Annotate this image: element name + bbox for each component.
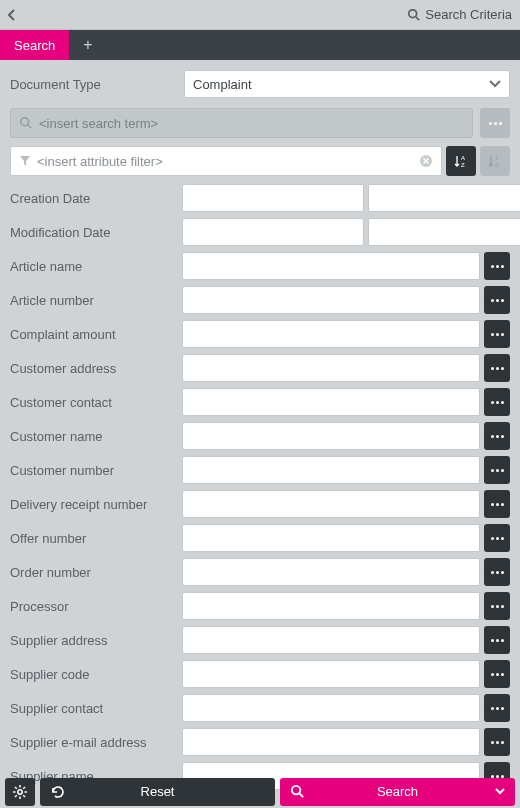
field-input[interactable] (182, 660, 480, 688)
field-input[interactable] (182, 218, 364, 246)
field-more-button[interactable] (484, 354, 510, 382)
field-input[interactable] (182, 388, 480, 416)
field-input[interactable] (182, 694, 480, 722)
field-input[interactable] (182, 286, 480, 314)
doc-type-row: Document Type Complaint (10, 70, 510, 98)
field-more-button[interactable] (484, 286, 510, 314)
svg-line-19 (299, 793, 303, 797)
dots-icon (491, 401, 504, 404)
attribute-filter-input[interactable]: <insert attribute filter> (10, 146, 442, 176)
clear-filter-button[interactable] (419, 154, 433, 168)
field-inputs (182, 354, 480, 382)
field-input[interactable] (182, 422, 480, 450)
field-input[interactable] (182, 184, 364, 212)
field-input[interactable] (182, 626, 480, 654)
search-button[interactable]: Search (280, 778, 515, 806)
field-more-button[interactable] (484, 660, 510, 688)
field-input[interactable] (368, 218, 520, 246)
filter-icon (19, 155, 31, 167)
field-more-button[interactable] (484, 524, 510, 552)
svg-text:A: A (461, 155, 465, 161)
tab-search[interactable]: Search (0, 30, 69, 60)
dots-icon (491, 435, 504, 438)
sort-num-button[interactable]: 1 9 (480, 146, 510, 176)
settings-button[interactable] (5, 778, 35, 806)
field-input[interactable] (182, 524, 480, 552)
field-more-button[interactable] (484, 388, 510, 416)
field-label: Customer address (10, 361, 178, 376)
svg-line-3 (28, 125, 32, 129)
field-inputs (182, 422, 480, 450)
doc-type-select[interactable]: Complaint (184, 70, 510, 98)
field-label: Creation Date (10, 191, 178, 206)
field-inputs (182, 694, 480, 722)
topbar: Search Criteria (0, 0, 520, 30)
field-inputs (182, 660, 480, 688)
field-input[interactable] (368, 184, 520, 212)
field-more-button[interactable] (484, 320, 510, 348)
field-input[interactable] (182, 354, 480, 382)
field-more-button[interactable] (484, 694, 510, 722)
field-inputs (182, 286, 480, 314)
field-inputs (182, 626, 480, 654)
page-title: Search Criteria (407, 7, 512, 22)
field-input[interactable] (182, 456, 480, 484)
dots-icon (491, 299, 504, 302)
field-inputs (182, 456, 480, 484)
field-input[interactable] (182, 728, 480, 756)
sort-az-button[interactable]: A Z (446, 146, 476, 176)
field-inputs (182, 592, 480, 620)
svg-line-1 (416, 16, 420, 20)
chevron-left-icon (8, 9, 16, 21)
tab-add[interactable]: + (69, 30, 106, 60)
search-term-row: <insert search term> (10, 108, 510, 138)
search-icon (19, 116, 33, 130)
field-label: Article name (10, 259, 178, 274)
search-icon (290, 784, 305, 799)
field-more-button[interactable] (484, 490, 510, 518)
field-row: Customer address (10, 354, 510, 382)
field-row: Article number (10, 286, 510, 314)
field-label: Delivery receipt number (10, 497, 178, 512)
reset-button[interactable]: Reset (40, 778, 275, 806)
field-inputs (182, 218, 520, 246)
attribute-filter-row: <insert attribute filter> A Z 1 9 (10, 146, 510, 176)
field-input[interactable] (182, 320, 480, 348)
field-inputs (182, 490, 480, 518)
field-more-button[interactable] (484, 558, 510, 586)
field-label: Supplier contact (10, 701, 178, 716)
field-more-button[interactable] (484, 422, 510, 450)
field-more-button[interactable] (484, 456, 510, 484)
field-input[interactable] (182, 592, 480, 620)
field-row: Offer number (10, 524, 510, 552)
svg-text:Z: Z (461, 162, 465, 168)
field-input[interactable] (182, 252, 480, 280)
sort-numeric-icon: 1 9 (487, 153, 503, 169)
field-row: Delivery receipt number (10, 490, 510, 518)
undo-icon (50, 785, 66, 799)
field-input[interactable] (182, 558, 480, 586)
field-row: Modification Date (10, 218, 510, 246)
field-more-button[interactable] (484, 252, 510, 280)
field-input[interactable] (182, 490, 480, 518)
sort-alpha-icon: A Z (453, 153, 469, 169)
search-term-input[interactable]: <insert search term> (10, 108, 473, 138)
back-button[interactable] (8, 9, 16, 21)
dots-icon (491, 469, 504, 472)
attribute-filter-placeholder: <insert attribute filter> (37, 154, 163, 169)
search-more-button[interactable] (480, 108, 510, 138)
field-more-button[interactable] (484, 592, 510, 620)
field-more-button[interactable] (484, 626, 510, 654)
field-label: Article number (10, 293, 178, 308)
field-inputs (182, 388, 480, 416)
tabbar: Search + (0, 30, 520, 60)
footer: Reset Search (0, 776, 520, 808)
svg-line-16 (23, 787, 25, 789)
dots-icon (491, 673, 504, 676)
field-more-button[interactable] (484, 728, 510, 756)
field-label: Customer name (10, 429, 178, 444)
field-label: Modification Date (10, 225, 178, 240)
field-inputs (182, 558, 480, 586)
search-label: Search (377, 784, 418, 799)
field-row: Supplier address (10, 626, 510, 654)
